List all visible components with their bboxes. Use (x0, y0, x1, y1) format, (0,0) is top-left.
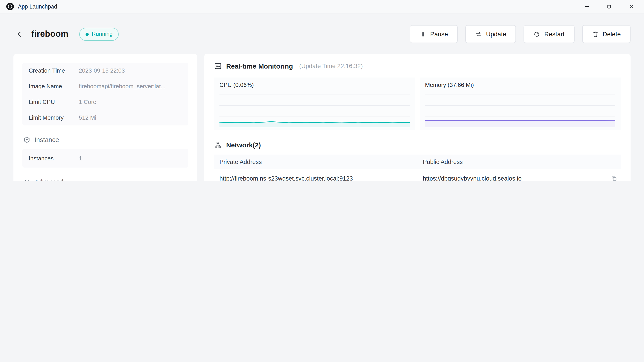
pause-button[interactable]: Pause (410, 25, 458, 43)
copy-icon (611, 175, 617, 181)
instance-section-header: Instance (23, 136, 187, 143)
cpu-line-series (220, 95, 410, 127)
info-label: Image Name (29, 83, 79, 90)
back-chevron-icon (16, 30, 23, 38)
advanced-section-header: Advanced (23, 178, 187, 181)
close-button[interactable] (627, 2, 636, 11)
instances-label: Instances (29, 155, 79, 162)
info-value: 1 Core (79, 99, 182, 105)
info-label: Limit Memory (29, 114, 79, 121)
titlebar[interactable]: App Launchpad (0, 0, 644, 14)
memory-chart-panel: Memory (37.66 Mi) (420, 78, 621, 130)
content: Creation Time 2023-09-15 22:03 Image Nam… (0, 44, 644, 181)
monitoring-update-time: (Update Time 22:16:32) (299, 63, 363, 70)
pause-button-label: Pause (430, 31, 448, 38)
network-table-header: Private Address Public Address (214, 155, 621, 169)
restart-button[interactable]: Restart (524, 25, 574, 43)
trash-icon (592, 31, 598, 38)
info-value: 512 Mi (79, 114, 182, 121)
cpu-chart-label: CPU (0.06%) (220, 82, 410, 88)
info-row-creation-time: Creation Time 2023-09-15 22:03 (22, 63, 188, 78)
private-address: http://fireboom.ns-s23wqset.svc.cluster.… (220, 175, 353, 181)
instances-row: Instances 1 (22, 149, 188, 168)
app-details-panel: Creation Time 2023-09-15 22:03 Image Nam… (14, 54, 197, 181)
info-row-limit-memory: Limit Memory 512 Mi (22, 110, 188, 125)
network-table: Private Address Public Address http://fi… (214, 155, 621, 181)
copy-button[interactable] (608, 172, 620, 181)
info-row-image-name: Image Name fireboomapi/fireboom_server:l… (22, 78, 188, 94)
monitoring-header: Real-time Monitoring (Update Time 22:16:… (214, 62, 621, 70)
page-title: fireboom (31, 29, 68, 39)
window-title: App Launchpad (18, 3, 57, 10)
gear-icon (23, 178, 30, 181)
public-address-column-header: Public Address (418, 159, 621, 165)
main-column: Real-time Monitoring (Update Time 22:16:… (204, 54, 630, 181)
update-button[interactable]: Update (466, 25, 516, 43)
cube-icon (23, 136, 30, 143)
status-badge: Running (79, 28, 119, 41)
cpu-chart (220, 95, 410, 127)
delete-button-label: Delete (602, 31, 621, 38)
memory-line-series (425, 95, 615, 127)
maximize-button[interactable] (604, 2, 614, 11)
update-button-label: Update (486, 31, 506, 38)
memory-chart (425, 95, 615, 127)
delete-button[interactable]: Delete (582, 25, 630, 43)
app-info-block: Creation Time 2023-09-15 22:03 Image Nam… (22, 63, 188, 125)
cpu-chart-panel: CPU (0.06%) (214, 78, 415, 130)
monitoring-network-card: Real-time Monitoring (Update Time 22:16:… (204, 54, 630, 181)
page-header: fireboom Running Pause Update Restart De… (0, 14, 644, 44)
public-address[interactable]: https://dbqsudvbvynu.cloud.sealos.io (423, 175, 522, 181)
info-value: 2023-09-15 22:03 (79, 67, 182, 74)
pause-icon (420, 31, 426, 38)
monitoring-title: Real-time Monitoring (226, 62, 293, 70)
network-icon (214, 141, 222, 149)
private-address-column-header: Private Address (214, 159, 418, 165)
memory-chart-label: Memory (37.66 Mi) (425, 82, 615, 88)
window-controls (582, 2, 638, 11)
restart-button-label: Restart (544, 31, 564, 38)
network-header: Network(2) (214, 141, 621, 149)
status-badge-label: Running (92, 31, 113, 37)
back-button[interactable] (14, 28, 25, 40)
info-label: Limit CPU (29, 99, 79, 105)
app-logo-icon (6, 3, 14, 10)
network-title: Network(2) (226, 141, 261, 149)
instances-value: 1 (79, 155, 182, 162)
header-actions: Pause Update Restart Delete (410, 25, 630, 43)
status-dot-icon (86, 33, 89, 36)
info-row-limit-cpu: Limit CPU 1 Core (22, 94, 188, 110)
instance-section-title: Instance (34, 136, 59, 143)
restart-icon (534, 31, 540, 38)
info-label: Creation Time (29, 67, 79, 74)
advanced-section-title: Advanced (34, 178, 63, 181)
info-value: fireboomapi/fireboom_server:lat... (79, 83, 182, 90)
monitoring-chart-icon (214, 62, 222, 70)
update-icon (476, 31, 482, 38)
monitoring-charts: CPU (0.06%) Memory (37.66 Mi) (214, 78, 621, 130)
network-row: http://fireboom.ns-s23wqset.svc.cluster.… (214, 169, 621, 181)
minimize-button[interactable] (582, 2, 591, 11)
instance-block: Instances 1 (22, 149, 188, 168)
app-window: App Launchpad fireboom Running Pause (0, 0, 644, 181)
network-section: Network(2) Private Address Public Addres… (214, 141, 621, 181)
